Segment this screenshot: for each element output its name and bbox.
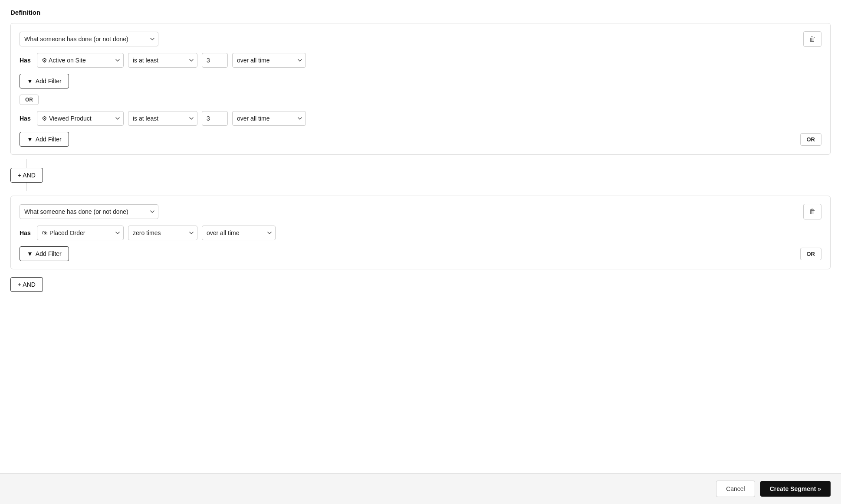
block2-filter-bottom-row: ▼ Add Filter OR (20, 246, 821, 261)
block1-number-input-1[interactable] (202, 53, 228, 68)
or-line-1 (39, 100, 821, 100)
block2-or-button[interactable]: OR (800, 248, 822, 260)
block1-or-button[interactable]: OR (800, 133, 822, 146)
block2-condition-select-1[interactable]: is at least is at most equals zero times (128, 226, 197, 240)
block1-filter-bottom-row: ▼ Add Filter OR (20, 132, 821, 147)
condition-block-1: What someone has done (or not done) What… (10, 23, 831, 155)
block2-event-select-1[interactable]: ⚙ Active on Site ⚙ Viewed Product 🛍 Plac… (37, 226, 124, 240)
has-label-3: Has (20, 229, 33, 236)
cancel-button[interactable]: Cancel (716, 481, 755, 497)
filter-icon-2: ▼ (27, 136, 33, 143)
or-separator-1: OR (20, 95, 821, 105)
block2-main-select[interactable]: What someone has done (or not done) What… (20, 204, 158, 219)
block1-number-input-2[interactable] (202, 111, 228, 126)
block2-condition-row-1: Has ⚙ Active on Site ⚙ Viewed Product 🛍 … (20, 226, 821, 240)
add-filter-label-2: Add Filter (36, 136, 62, 143)
block1-add-filter-button-1[interactable]: ▼ Add Filter (20, 74, 69, 88)
section-title: Definition (10, 9, 831, 16)
block2-top-row: What someone has done (or not done) What… (20, 204, 821, 219)
and-wrapper-1: + AND (10, 159, 831, 191)
block1-condition-select-2[interactable]: is at least is at most equals zero times (128, 111, 197, 126)
block1-main-select[interactable]: What someone has done (or not done) What… (20, 32, 158, 46)
and-connector-line-1 (26, 159, 26, 168)
add-filter-label-3: Add Filter (36, 250, 62, 257)
and-button-1[interactable]: + AND (10, 168, 43, 183)
block1-delete-button[interactable]: 🗑 (803, 31, 821, 47)
and-button-2[interactable]: + AND (10, 277, 43, 292)
block2-add-filter-button[interactable]: ▼ Add Filter (20, 246, 69, 261)
filter-icon-1: ▼ (27, 78, 33, 85)
create-segment-button[interactable]: Create Segment » (760, 481, 831, 497)
footer-bar: Cancel Create Segment » (0, 473, 841, 504)
block2-timeframe-select-1[interactable]: over all time in the last 7 days in the … (202, 226, 276, 240)
block1-top-row: What someone has done (or not done) What… (20, 31, 821, 47)
block2-delete-button[interactable]: 🗑 (803, 204, 821, 219)
block1-event-select-2[interactable]: ⚙ Active on Site ⚙ Viewed Product 🛍 Plac… (37, 111, 124, 126)
condition-block-2: What someone has done (or not done) What… (10, 196, 831, 269)
block1-event-select-1[interactable]: ⚙ Active on Site ⚙ Viewed Product 🛍 Plac… (37, 53, 124, 68)
and-wrapper-2: + AND (10, 277, 831, 292)
block1-add-filter-row-1: ▼ Add Filter (20, 74, 821, 88)
block1-timeframe-select-1[interactable]: over all time in the last 7 days in the … (232, 53, 306, 68)
filter-icon-3: ▼ (27, 250, 33, 257)
block1-condition-row-2: Has ⚙ Active on Site ⚙ Viewed Product 🛍 … (20, 111, 821, 126)
has-label-1: Has (20, 57, 33, 64)
add-filter-label-1: Add Filter (36, 78, 62, 85)
block1-add-filter-button-2[interactable]: ▼ Add Filter (20, 132, 69, 147)
or-badge-1: OR (20, 95, 39, 105)
block1-condition-row-1: Has ⚙ Active on Site ⚙ Viewed Product 🛍 … (20, 53, 821, 68)
block1-condition-select-1[interactable]: is at least is at most equals zero times (128, 53, 197, 68)
block1-timeframe-select-2[interactable]: over all time in the last 7 days in the … (232, 111, 306, 126)
and-connector-line-2 (26, 183, 26, 191)
has-label-2: Has (20, 115, 33, 122)
